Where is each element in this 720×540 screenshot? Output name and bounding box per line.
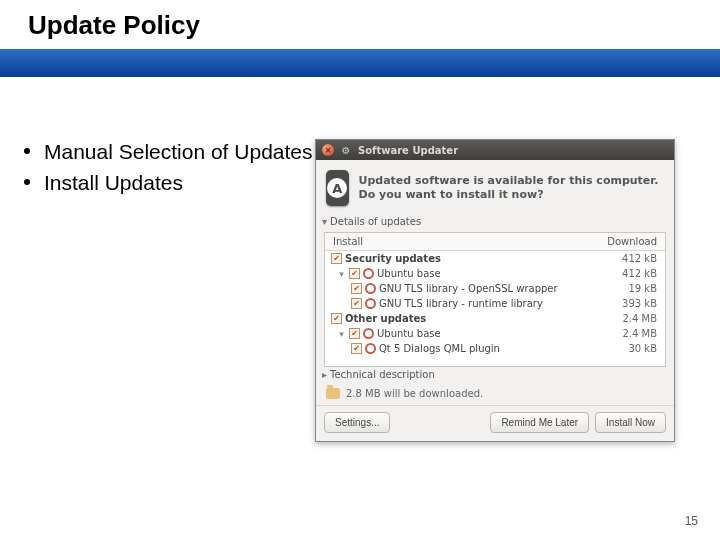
checkbox-icon[interactable] (349, 268, 360, 279)
subpackage-size: 19 kB (628, 283, 657, 294)
details-label: Details of updates (330, 216, 421, 227)
package-size: 2.4 MB (622, 328, 657, 339)
bullet-text: Manual Selection of Updates (44, 140, 313, 163)
subpackage-size: 30 kB (628, 343, 657, 354)
chevron-down-icon[interactable]: ▾ (337, 269, 346, 279)
checkbox-icon[interactable] (351, 298, 362, 309)
bullet-item: Install Updates (22, 170, 315, 197)
chevron-down-icon[interactable]: ▾ (337, 329, 346, 339)
bullet-dot-icon (24, 148, 30, 154)
download-summary-text: 2.8 MB will be downloaded. (346, 388, 483, 399)
group-row-security[interactable]: Security updates 412 kB (325, 251, 665, 266)
list-header: Install Download (325, 233, 665, 251)
group-label: Other updates (345, 313, 426, 324)
checkbox-icon[interactable] (331, 313, 342, 324)
updates-list[interactable]: Install Download Security updates 412 kB… (324, 232, 666, 367)
bullet-dot-icon (24, 179, 30, 185)
dialog-heading: A Updated software is available for this… (316, 160, 674, 214)
package-row[interactable]: ▾ Ubuntu base 2.4 MB (325, 326, 665, 341)
chevron-down-icon (322, 216, 327, 227)
package-label: Ubuntu base (377, 328, 441, 339)
group-row-other[interactable]: Other updates 2.4 MB (325, 311, 665, 326)
ubuntu-icon (365, 298, 376, 309)
window-title: Software Updater (358, 145, 458, 156)
subpackage-label: Qt 5 Dialogs QML plugin (379, 343, 500, 354)
package-row[interactable]: ▾ Ubuntu base 412 kB (325, 266, 665, 281)
subpackage-row[interactable]: GNU TLS library - OpenSSL wrapper 19 kB (325, 281, 665, 296)
bullet-item: Manual Selection of Updates (22, 139, 315, 166)
subpackage-size: 393 kB (622, 298, 657, 309)
close-icon[interactable]: × (322, 144, 334, 156)
ubuntu-icon (365, 343, 376, 354)
remind-later-button[interactable]: Remind Me Later (490, 412, 589, 433)
ubuntu-icon (365, 283, 376, 294)
software-updater-window: × ⚙ Software Updater A Updated software … (315, 139, 675, 442)
col-install: Install (333, 236, 363, 247)
group-label: Security updates (345, 253, 441, 264)
bullet-text: Install Updates (44, 171, 183, 194)
dialog-button-bar: Settings... Remind Me Later Install Now (316, 405, 674, 441)
checkbox-icon[interactable] (351, 343, 362, 354)
download-summary: 2.8 MB will be downloaded. (316, 382, 674, 405)
window-titlebar[interactable]: × ⚙ Software Updater (316, 140, 674, 160)
col-download: Download (607, 236, 657, 247)
subpackage-row[interactable]: Qt 5 Dialogs QML plugin 30 kB (325, 341, 665, 356)
updater-app-icon: A (326, 170, 349, 206)
technical-label: Technical description (330, 369, 435, 380)
technical-toggle[interactable]: Technical description (316, 367, 674, 382)
group-size: 412 kB (622, 253, 657, 264)
ubuntu-icon (363, 328, 374, 339)
folder-icon (326, 388, 340, 399)
group-size: 2.4 MB (622, 313, 657, 324)
subpackage-row[interactable]: GNU TLS library - runtime library 393 kB (325, 296, 665, 311)
checkbox-icon[interactable] (349, 328, 360, 339)
settings-button[interactable]: Settings... (324, 412, 390, 433)
subpackage-label: GNU TLS library - OpenSSL wrapper (379, 283, 558, 294)
app-indicator-icon: ⚙ (340, 144, 352, 156)
install-now-button[interactable]: Install Now (595, 412, 666, 433)
package-label: Ubuntu base (377, 268, 441, 279)
dialog-heading-text: Updated software is available for this c… (359, 174, 665, 203)
subpackage-label: GNU TLS library - runtime library (379, 298, 543, 309)
title-accent-bar (0, 49, 720, 77)
bullet-list: Manual Selection of Updates Install Upda… (0, 139, 315, 442)
details-toggle[interactable]: Details of updates (316, 214, 674, 229)
chevron-right-icon (322, 369, 327, 380)
content-area: Manual Selection of Updates Install Upda… (0, 139, 720, 442)
ubuntu-icon (363, 268, 374, 279)
package-size: 412 kB (622, 268, 657, 279)
checkbox-icon[interactable] (331, 253, 342, 264)
slide-title: Update Policy (0, 0, 720, 49)
checkbox-icon[interactable] (351, 283, 362, 294)
page-number: 15 (685, 514, 698, 528)
